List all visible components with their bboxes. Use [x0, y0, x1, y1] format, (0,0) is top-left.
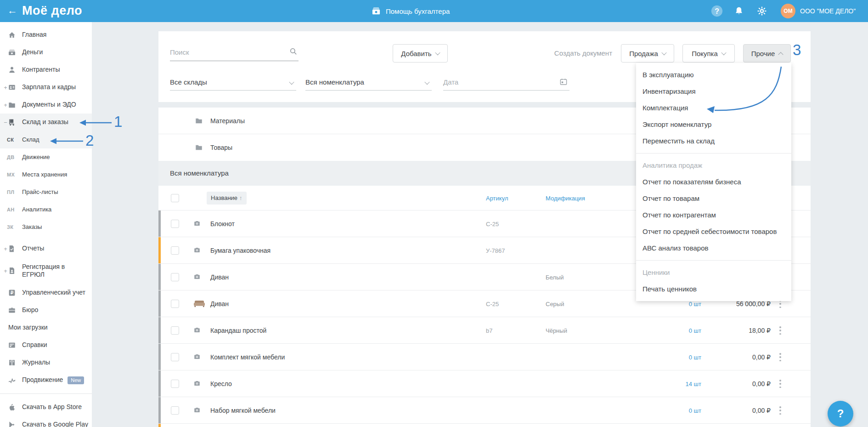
- menu-item[interactable]: Печать ценников: [636, 281, 791, 297]
- sidebar-item[interactable]: Контрагенты: [0, 61, 92, 79]
- menu-item[interactable]: Отчет по товарам: [636, 190, 791, 207]
- sidebar-item[interactable]: Бюро: [0, 302, 92, 319]
- warehouse-icon: [8, 118, 16, 126]
- contractors-icon: [8, 66, 16, 74]
- sidebar-item[interactable]: АН Аналитика: [0, 201, 92, 218]
- menu-item[interactable]: Отчет по контрагентам: [636, 207, 791, 223]
- row-stripe: [158, 290, 161, 317]
- sidebar-item[interactable]: Деньги: [0, 44, 92, 61]
- menu-item[interactable]: Инвентаризация: [636, 83, 791, 100]
- menu-divider: [636, 153, 791, 154]
- money-icon: [8, 48, 16, 57]
- menu-item[interactable]: АВС анализ товаров: [636, 240, 791, 256]
- item-quantity-link[interactable]: 0 шт: [661, 397, 701, 424]
- sidebar-item[interactable]: Продвижение New: [0, 371, 92, 389]
- app-logo[interactable]: Моё дело: [22, 4, 82, 18]
- sort-name-header[interactable]: Название↑: [207, 192, 247, 205]
- expand-toggle-icon[interactable]: +: [3, 102, 8, 108]
- row-checkbox[interactable]: [171, 326, 179, 335]
- sidebar-item[interactable]: ЗК Заказы: [0, 218, 92, 236]
- item-price: 0,00 ₽: [707, 370, 771, 397]
- item-quantity-link[interactable]: 0 шт: [661, 317, 701, 344]
- date-filter-input[interactable]: Дата: [443, 75, 569, 91]
- expand-toggle-icon[interactable]: +: [3, 84, 8, 91]
- row-checkbox[interactable]: [171, 353, 179, 361]
- sidebar-item[interactable]: Скачать в App Store: [0, 399, 92, 416]
- expand-toggle-icon[interactable]: −: [3, 119, 8, 126]
- row-kebab-icon[interactable]: [776, 405, 784, 416]
- menu-item[interactable]: Экспорт номенклатур: [636, 116, 791, 133]
- sale-button[interactable]: Продажа: [621, 44, 674, 63]
- modification-header[interactable]: Модификация: [546, 186, 585, 211]
- row-checkbox[interactable]: [171, 380, 179, 388]
- row-checkbox[interactable]: [171, 220, 179, 228]
- expand-toggle-icon[interactable]: +: [3, 268, 8, 274]
- item-name[interactable]: Набор мягкой мебели: [210, 397, 276, 424]
- back-arrow-icon[interactable]: ←: [7, 5, 17, 17]
- sidebar-item[interactable]: + Документы и ЭДО: [0, 96, 92, 114]
- camera-icon: [193, 380, 205, 388]
- sku-header[interactable]: Артикул: [486, 186, 508, 211]
- item-name[interactable]: Карандаш простой: [210, 317, 266, 344]
- other-button[interactable]: Прочие: [743, 44, 791, 63]
- row-checkbox[interactable]: [171, 300, 179, 308]
- create-document-label: Создать документ: [512, 44, 612, 63]
- item-name[interactable]: Бумага упаковочная: [210, 237, 271, 264]
- menu-item[interactable]: В эксплуатацию: [636, 67, 791, 83]
- item-quantity-link[interactable]: 14 шт: [661, 370, 701, 397]
- sidebar-item[interactable]: Справки: [0, 336, 92, 354]
- sidebar-item[interactable]: Главная: [0, 26, 92, 44]
- sidebar-item[interactable]: ПЛ Прайс-листы: [0, 183, 92, 201]
- sidebar-item[interactable]: МХ Места хранения: [0, 166, 92, 183]
- warehouse-filter-select[interactable]: Все склады: [170, 75, 296, 91]
- add-button-label: Добавить: [401, 50, 431, 57]
- sidebar-item[interactable]: ДВ Движение: [0, 148, 92, 166]
- sidebar-item[interactable]: + Зарплата и кадры: [0, 79, 92, 96]
- row-checkbox[interactable]: [171, 273, 179, 281]
- item-name[interactable]: Блокнот: [210, 211, 235, 237]
- sidebar-item[interactable]: Журналы: [0, 354, 92, 371]
- item-name[interactable]: Комплект мягкой мебели: [210, 344, 285, 370]
- item-name[interactable]: Диван: [210, 264, 229, 290]
- add-button[interactable]: Добавить: [393, 44, 448, 63]
- row-checkbox[interactable]: [171, 406, 179, 415]
- accountant-help-button[interactable]: Помощь бухгалтера: [371, 0, 450, 22]
- sidebar-item[interactable]: + Отчеты: [0, 240, 92, 257]
- org-name[interactable]: ООО "МОЕ ДЕЛО": [800, 7, 856, 15]
- folder-icon: [195, 143, 203, 152]
- sidebar-item[interactable]: − Склад и заказы: [0, 114, 92, 131]
- purchase-button[interactable]: Покупка: [682, 44, 735, 63]
- reports-icon: [8, 245, 16, 253]
- sidebar-item[interactable]: + Регистрация в ЕГРЮЛ: [0, 257, 92, 284]
- menu-item[interactable]: Отчет по средней себестоимости товаров: [636, 223, 791, 240]
- sidebar-item[interactable]: Скачать в Google Play: [0, 416, 92, 427]
- avatar[interactable]: ОМ: [781, 4, 795, 18]
- menu-group-header: Аналитика продаж: [636, 157, 791, 174]
- camera-icon: [193, 327, 201, 334]
- expand-toggle-icon[interactable]: +: [3, 245, 8, 252]
- item-name[interactable]: Диван: [210, 290, 229, 317]
- sidebar-item[interactable]: ₽ Управленческий учет: [0, 284, 92, 302]
- nomenclature-filter-select[interactable]: Вся номенклатура: [305, 75, 432, 91]
- registration-icon: [8, 267, 16, 275]
- row-kebab-icon[interactable]: [776, 352, 784, 363]
- help-fab-button[interactable]: ?: [828, 401, 853, 427]
- row-kebab-icon[interactable]: [776, 378, 784, 389]
- gear-icon[interactable]: [757, 6, 767, 16]
- search-input[interactable]: Поиск: [170, 44, 299, 61]
- item-name[interactable]: Кресло: [210, 370, 232, 397]
- row-kebab-icon[interactable]: [776, 325, 784, 336]
- bell-icon[interactable]: [734, 6, 744, 16]
- item-quantity-link[interactable]: 0 шт: [661, 344, 701, 370]
- sidebar-item-label: Движение: [22, 154, 50, 161]
- row-checkbox[interactable]: [171, 246, 179, 255]
- select-all-checkbox[interactable]: [171, 194, 179, 202]
- help-icon[interactable]: ?: [711, 5, 723, 17]
- sidebar-item[interactable]: Мои загрузки: [0, 319, 92, 336]
- camera-icon: [193, 273, 205, 281]
- menu-item[interactable]: Переместить на склад: [636, 133, 791, 149]
- svg-text:₽: ₽: [11, 290, 13, 295]
- sidebar-item[interactable]: СК Склад: [0, 131, 92, 148]
- menu-item[interactable]: Отчет по показателям бизнеса: [636, 174, 791, 190]
- menu-item[interactable]: Комплектация: [636, 100, 791, 116]
